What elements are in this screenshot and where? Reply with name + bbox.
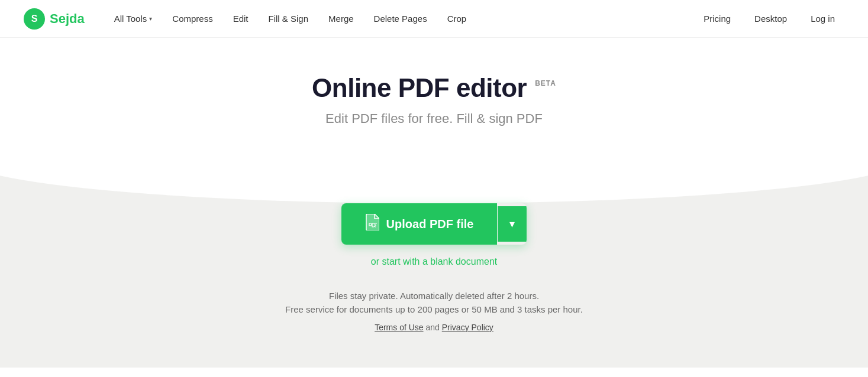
beta-badge: BETA [535, 79, 556, 87]
nav-login-label: Log in [811, 14, 835, 24]
hero-title-wrap: Online PDF editor BETA [12, 73, 856, 103]
privacy-policy-link[interactable]: Privacy Policy [442, 323, 493, 332]
nav-merge[interactable]: Merge [320, 9, 362, 28]
terms-line: Terms of Use and Privacy Policy [12, 323, 856, 332]
nav-delete-pages-label: Delete Pages [374, 14, 427, 24]
privacy-line-1: Files stay private. Automatically delete… [12, 291, 856, 301]
nav-edit[interactable]: Edit [225, 9, 257, 28]
nav-compress-label: Compress [172, 14, 212, 24]
nav-desktop[interactable]: Desktop [745, 9, 796, 28]
navbar: S Sejda All Tools ▾ Compress Edit Fill &… [0, 0, 868, 38]
hero-subtitle: Edit PDF files for free. Fill & sign PDF [12, 111, 856, 126]
nav-pricing[interactable]: Pricing [694, 9, 740, 28]
nav-compress[interactable]: Compress [164, 9, 221, 28]
nav-desktop-label: Desktop [754, 14, 787, 24]
logo-link[interactable]: S Sejda [24, 8, 85, 30]
upload-pdf-button[interactable]: Upload PDF file [341, 203, 498, 245]
chevron-down-icon: ▾ [149, 15, 152, 22]
nav-right: Pricing Desktop Log in [694, 9, 844, 28]
terms-of-use-link[interactable]: Terms of Use [375, 323, 423, 332]
nav-edit-label: Edit [233, 14, 249, 24]
curved-section: Upload PDF file ▾ or start with a blank … [0, 156, 868, 368]
page-title: Online PDF editor [312, 73, 527, 103]
nav-fill-sign-label: Fill & Sign [269, 14, 309, 24]
upload-area: Upload PDF file ▾ or start with a blank … [12, 203, 856, 267]
privacy-info: Files stay private. Automatically delete… [12, 291, 856, 332]
hero-section: Online PDF editor BETA Edit PDF files fo… [0, 38, 868, 126]
pdf-file-icon [365, 214, 379, 234]
logo-icon: S [24, 8, 45, 30]
privacy-line-2: Free service for documents up to 200 pag… [12, 304, 856, 314]
nav-merge-label: Merge [328, 14, 354, 24]
blank-document-link[interactable]: or start with a blank document [371, 256, 497, 267]
dropdown-arrow-icon: ▾ [509, 217, 515, 230]
nav-crop[interactable]: Crop [439, 9, 475, 28]
upload-dropdown-button[interactable]: ▾ [498, 206, 527, 242]
logo-letter: S [31, 14, 38, 24]
nav-all-tools[interactable]: All Tools ▾ [106, 9, 161, 28]
upload-button-group: Upload PDF file ▾ [341, 203, 527, 245]
nav-links: All Tools ▾ Compress Edit Fill & Sign Me… [106, 9, 695, 28]
terms-and-text: and [425, 323, 439, 332]
nav-fill-sign[interactable]: Fill & Sign [260, 9, 317, 28]
nav-crop-label: Crop [447, 14, 467, 24]
nav-pricing-label: Pricing [704, 14, 731, 24]
nav-delete-pages[interactable]: Delete Pages [366, 9, 435, 28]
logo-text: Sejda [50, 11, 85, 27]
nav-login[interactable]: Log in [801, 9, 844, 28]
upload-button-label: Upload PDF file [386, 217, 474, 231]
nav-all-tools-label: All Tools [114, 14, 147, 24]
